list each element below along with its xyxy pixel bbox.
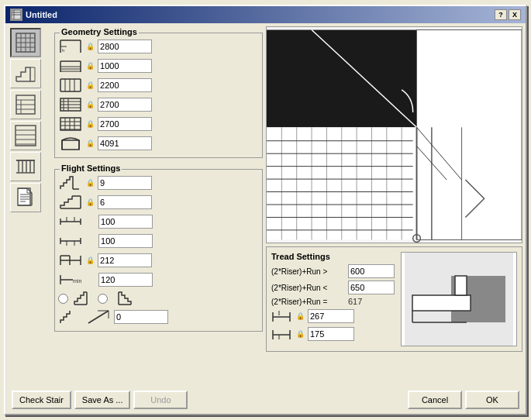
fs3-input[interactable]: [98, 215, 153, 229]
tread-dim2-lock[interactable]: 🔒: [296, 330, 305, 338]
geometry-row-5: 🔒: [58, 115, 259, 133]
left-icon-stair-plan[interactable]: [10, 90, 41, 119]
help-button[interactable]: ?: [495, 9, 507, 20]
gs1-icon: h: [58, 38, 83, 55]
check-stair-button[interactable]: Check Stair: [12, 391, 71, 409]
bottom-right-buttons: Cancel OK: [408, 391, 519, 409]
svg-rect-141: [412, 295, 471, 311]
formula2-input[interactable]: [348, 281, 395, 294]
geometry-settings-label: Geometry Settings: [60, 27, 139, 36]
flight-row-4: [58, 232, 259, 250]
tread-left: Tread Settings (2*Riser)+Run > (2*Riser)…: [271, 252, 395, 346]
main-window: Untitled ? X: [4, 5, 527, 415]
fs3-icon: [58, 213, 83, 230]
geometry-row-3: 🔒: [58, 77, 259, 94]
formula1-label: (2*Riser)+Run >: [271, 267, 345, 276]
fs2-input[interactable]: [98, 195, 152, 209]
tread-dim-row-1: 🔒: [271, 308, 395, 324]
tread-formula-row-1: (2*Riser)+Run >: [271, 264, 395, 278]
title-buttons: ? X: [495, 9, 521, 20]
stair-drawing-area: [266, 26, 522, 243]
tread-formula-row-2: (2*Riser)+Run <: [271, 281, 395, 294]
tread-settings-area: Tread Settings (2*Riser)+Run > (2*Riser)…: [266, 246, 522, 352]
svg-text:min: min: [73, 278, 81, 284]
center-panel: Geometry Settings h: [54, 26, 263, 387]
geometry-row-6: 🔒: [58, 135, 259, 152]
svg-text:h: h: [62, 48, 64, 53]
bottom-left-buttons: Check Stair Save As ... Undo: [12, 391, 188, 409]
fs2-icon: [58, 194, 83, 211]
flight-row-5: 🔒: [58, 252, 259, 269]
gs5-lock[interactable]: 🔒: [86, 120, 95, 128]
tread-dim1-input[interactable]: [308, 309, 354, 323]
left-icon-grid[interactable]: [10, 28, 41, 57]
fs8-icon: [58, 308, 83, 325]
flight-row-8: [58, 308, 259, 325]
gs2-lock[interactable]: 🔒: [86, 62, 95, 70]
fs1-input[interactable]: [98, 176, 152, 190]
main-area: Geometry Settings h: [9, 26, 522, 387]
fs8-icon2: [86, 308, 111, 325]
left-icon-railing[interactable]: [10, 152, 41, 181]
flight-row-1: 🔒: [58, 174, 259, 191]
gs6-icon: [58, 135, 83, 152]
fs6-input[interactable]: [98, 273, 153, 287]
gs3-icon: [58, 77, 83, 94]
fs1-lock[interactable]: 🔒: [86, 179, 95, 187]
gs4-lock[interactable]: 🔒: [86, 101, 95, 108]
formula1-input[interactable]: [348, 264, 395, 278]
cancel-button[interactable]: Cancel: [408, 391, 462, 409]
gs5-input[interactable]: [98, 117, 152, 131]
gs2-icon: [58, 57, 83, 74]
svg-rect-104: [267, 30, 417, 128]
svg-rect-105: [417, 30, 522, 240]
svg-line-100: [88, 311, 109, 323]
left-icon-stair-side[interactable]: [10, 59, 41, 88]
geometry-settings-group: Geometry Settings h: [54, 33, 263, 158]
fs5-lock[interactable]: 🔒: [86, 256, 95, 264]
gs1-input[interactable]: [98, 40, 152, 53]
fs6-icon: min: [58, 271, 83, 288]
fs2-lock[interactable]: 🔒: [86, 198, 95, 206]
fs5-icon: [58, 252, 83, 269]
flight-row-2: 🔒: [58, 194, 259, 211]
fs5-input[interactable]: [98, 253, 152, 267]
flight-settings-group: Flight Settings 🔒: [54, 169, 263, 332]
flight-row-7: [58, 291, 259, 306]
window-content: Geometry Settings h: [5, 23, 526, 414]
gs6-lock[interactable]: 🔒: [86, 139, 95, 147]
formula3-label: (2*Riser)+Run =: [271, 298, 345, 306]
svg-rect-64: [60, 118, 81, 130]
undo-button[interactable]: Undo: [133, 391, 188, 409]
svg-rect-19: [16, 126, 36, 146]
fs8-input[interactable]: [114, 310, 168, 324]
gs3-input[interactable]: [98, 78, 152, 92]
tread-preview: [401, 252, 517, 346]
fs4-icon: [58, 232, 83, 250]
gs2-input[interactable]: [98, 59, 152, 73]
gs6-input[interactable]: [98, 136, 152, 150]
left-icon-stair-section[interactable]: [10, 121, 41, 150]
close-button[interactable]: X: [509, 9, 521, 20]
ok-button[interactable]: OK: [465, 391, 519, 409]
gs4-input[interactable]: [98, 98, 152, 112]
window-title: Untitled: [26, 10, 57, 19]
gs1-lock[interactable]: 🔒: [86, 43, 95, 50]
radio-right[interactable]: [98, 294, 108, 304]
tread-dim2-input[interactable]: [308, 327, 354, 341]
tread-dim-row-2: 🔒: [271, 326, 395, 342]
fs4-input[interactable]: [98, 234, 153, 248]
save-as-button[interactable]: Save As ...: [74, 391, 131, 409]
title-bar: Untitled ? X: [5, 6, 526, 23]
formula3-value: 617: [348, 297, 362, 306]
gs3-lock[interactable]: 🔒: [86, 81, 95, 89]
geometry-row-2: 🔒: [58, 57, 259, 74]
right-panel: Tread Settings (2*Riser)+Run > (2*Riser)…: [266, 26, 522, 387]
formula2-label: (2*Riser)+Run <: [271, 284, 345, 292]
flight-settings-label: Flight Settings: [60, 164, 122, 173]
left-icon-document[interactable]: [10, 183, 41, 212]
radio-left[interactable]: [58, 294, 68, 304]
bottom-bar: Check Stair Save As ... Undo Cancel OK: [9, 387, 522, 411]
tread-dim1-lock[interactable]: 🔒: [296, 312, 305, 320]
geometry-row-1: h 🔒: [58, 38, 259, 55]
